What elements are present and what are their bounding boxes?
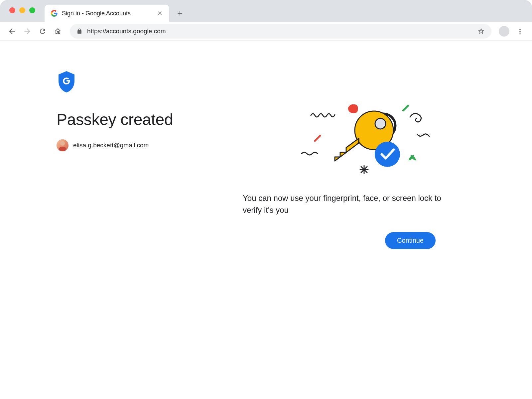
account-avatar-icon <box>57 139 68 151</box>
bookmark-star-icon[interactable] <box>477 28 485 35</box>
right-column: You can now use your fingerprint, face, … <box>243 70 475 249</box>
url-text: https://accounts.google.com <box>87 28 473 35</box>
minimize-window-button[interactable] <box>19 7 25 13</box>
account-chip[interactable]: elisa.g.beckett@gmail.com <box>57 139 229 151</box>
svg-rect-0 <box>349 104 358 113</box>
passkey-illustration <box>278 90 441 180</box>
svg-point-9 <box>375 118 386 129</box>
maximize-window-button[interactable] <box>29 7 35 13</box>
svg-line-1 <box>403 106 408 110</box>
browser-tab[interactable]: Sign in - Google Accounts <box>45 5 169 22</box>
window-controls <box>9 7 35 13</box>
back-button[interactable] <box>6 25 18 37</box>
passkey-description: You can now use your fingerprint, face, … <box>243 192 442 216</box>
browser-toolbar: https://accounts.google.com <box>0 22 532 41</box>
close-window-button[interactable] <box>9 7 15 13</box>
home-button[interactable] <box>52 25 64 37</box>
browser-window: Sign in - Google Accounts https://accoun… <box>0 0 532 399</box>
google-shield-icon <box>57 70 76 93</box>
new-tab-button[interactable] <box>174 7 186 19</box>
account-email: elisa.g.beckett@gmail.com <box>73 142 149 149</box>
tab-strip: Sign in - Google Accounts <box>0 0 532 22</box>
google-favicon-icon <box>51 10 58 17</box>
profile-avatar-button[interactable] <box>499 26 509 37</box>
left-column: Passkey created elisa.g.beckett@gmail.co… <box>57 70 229 249</box>
svg-line-2 <box>315 136 320 141</box>
lock-icon <box>76 28 82 34</box>
forward-button[interactable] <box>21 25 33 37</box>
svg-point-11 <box>375 142 400 167</box>
tab-title: Sign in - Google Accounts <box>62 10 153 17</box>
button-row: Continue <box>243 232 436 249</box>
close-tab-icon[interactable] <box>157 10 163 17</box>
page-heading: Passkey created <box>57 110 229 129</box>
reload-button[interactable] <box>37 25 49 37</box>
address-bar[interactable]: https://accounts.google.com <box>70 24 491 39</box>
browser-menu-button[interactable] <box>514 25 526 37</box>
continue-button[interactable]: Continue <box>385 232 436 249</box>
page-content: Passkey created elisa.g.beckett@gmail.co… <box>0 41 532 249</box>
